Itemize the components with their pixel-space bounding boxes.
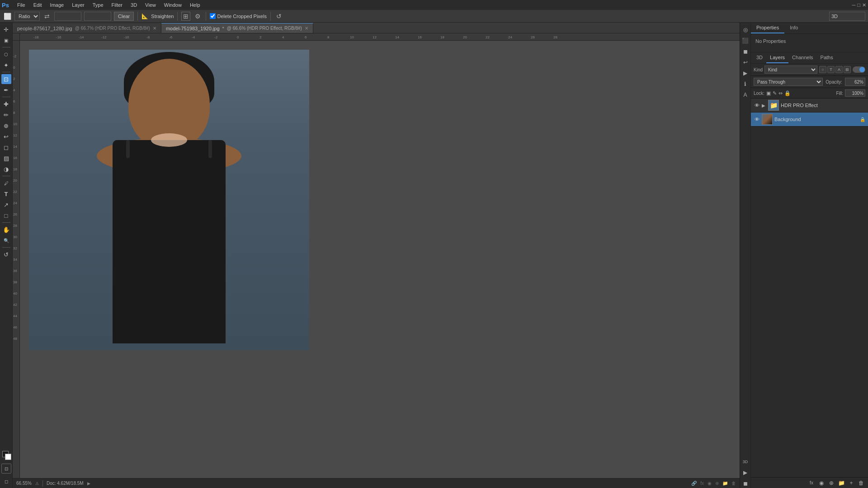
opacity-input[interactable]: [845, 78, 865, 86]
menu-help[interactable]: Help: [186, 1, 204, 9]
fill-input[interactable]: [845, 89, 865, 97]
right-icon-info[interactable]: ℹ: [741, 80, 750, 89]
close-button[interactable]: ✕: [862, 2, 866, 8]
menu-type[interactable]: Type: [89, 1, 107, 9]
blend-mode-select[interactable]: Pass Through: [754, 78, 823, 86]
filter-toggle[interactable]: [853, 66, 865, 73]
text-tool[interactable]: T: [1, 189, 11, 199]
menu-image[interactable]: Image: [47, 1, 68, 9]
lock-transparent-icon[interactable]: ▣: [766, 90, 771, 96]
filter-type-icon[interactable]: T: [827, 66, 835, 73]
layer-background[interactable]: 👁 Background 🔒: [751, 113, 868, 127]
status-mask-icon[interactable]: ◉: [708, 481, 712, 486]
path-select-tool[interactable]: ↗: [1, 200, 11, 210]
ratio-select[interactable]: Ratio: [14, 12, 40, 21]
tab-0[interactable]: people-875617_1280.jpg @ 66.7% (HDR PRO …: [13, 23, 161, 33]
layer-group-visibility-icon[interactable]: 👁: [754, 102, 760, 108]
grid-icon[interactable]: ⊞: [181, 12, 190, 21]
footer-group-icon[interactable]: 📁: [837, 479, 845, 487]
history-tool[interactable]: ↩: [1, 131, 11, 141]
hand-tool[interactable]: ✋: [1, 225, 11, 235]
footer-fx-icon[interactable]: fx: [807, 479, 816, 487]
gradient-tool[interactable]: ▨: [1, 153, 11, 163]
right-icon-char[interactable]: A: [741, 90, 750, 99]
tab-1-close[interactable]: ✕: [305, 26, 308, 31]
menu-view[interactable]: View: [142, 1, 160, 9]
lock-all-icon[interactable]: 🔒: [784, 90, 791, 96]
right-icon-history[interactable]: ↩: [741, 58, 750, 67]
filter-shape-icon[interactable]: ⊞: [844, 66, 851, 73]
artboard-tool[interactable]: ▣: [1, 35, 11, 45]
heal-tool[interactable]: ✚: [1, 99, 11, 109]
left-ruler-mark-20: 20: [13, 178, 17, 183]
zoom-tool[interactable]: 🔍: [1, 235, 11, 245]
right-icon-properties[interactable]: ◎: [741, 25, 750, 34]
lock-image-icon[interactable]: ✎: [773, 90, 777, 96]
settings-icon[interactable]: ⚙: [193, 12, 202, 21]
menu-layer[interactable]: Layer: [68, 1, 88, 9]
eraser-tool[interactable]: ◻: [1, 142, 11, 152]
tab-channels[interactable]: Channels: [788, 52, 816, 63]
minimize-button[interactable]: ─: [852, 2, 856, 8]
tab-info[interactable]: Info: [784, 23, 803, 33]
right-icon-3d[interactable]: 3D: [741, 457, 750, 466]
magic-wand-tool[interactable]: ✦: [1, 60, 11, 70]
swap-icon[interactable]: ⇄: [42, 12, 52, 21]
reset-icon[interactable]: ↺: [274, 12, 283, 21]
menu-window[interactable]: Window: [160, 1, 185, 9]
lock-position-icon[interactable]: ⇔: [778, 90, 783, 96]
rectangle-tool[interactable]: □: [1, 211, 11, 221]
right-icon-actions[interactable]: ▶: [741, 69, 750, 78]
status-adjust-icon[interactable]: ⊕: [715, 481, 719, 486]
right-icon-layers[interactable]: ⬛: [741, 36, 750, 45]
layer-group-expand-icon[interactable]: ▶: [762, 103, 765, 108]
right-icon-channels[interactable]: ◼: [741, 47, 750, 56]
clone-tool[interactable]: ⊕: [1, 121, 11, 131]
lasso-tool[interactable]: ⬡: [1, 49, 11, 59]
right-icon-measure[interactable]: ◼: [741, 479, 750, 488]
kind-select[interactable]: Kind: [764, 66, 817, 74]
layer-group-hdr[interactable]: 👁 ▶ 📁 HDR PRO Effect: [751, 99, 868, 113]
color-swatches[interactable]: [1, 450, 11, 461]
tab-0-close[interactable]: ✕: [153, 26, 156, 31]
move-tool[interactable]: ✛: [1, 24, 11, 34]
status-arrow[interactable]: ▶: [87, 481, 90, 486]
dodge-tool[interactable]: ◑: [1, 164, 11, 174]
footer-new-icon[interactable]: +: [847, 479, 855, 487]
pen-tool[interactable]: 🖊: [1, 178, 11, 188]
menu-edit[interactable]: Edit: [30, 1, 46, 9]
footer-mask-icon[interactable]: ◉: [817, 479, 826, 487]
canvas-scroll[interactable]: [20, 41, 740, 478]
clear-button[interactable]: Clear: [114, 12, 134, 21]
delete-cropped-checkbox[interactable]: [210, 13, 216, 19]
right-icon-timeline[interactable]: ▶: [741, 468, 750, 477]
menu-filter[interactable]: Filter: [108, 1, 126, 9]
tab-layers[interactable]: Layers: [766, 52, 788, 63]
menu-3d[interactable]: 3D: [127, 1, 141, 9]
status-fx-button[interactable]: fx: [700, 481, 704, 486]
filter-adjust-icon[interactable]: A: [835, 66, 843, 73]
menu-file[interactable]: File: [14, 1, 29, 9]
crop-tool[interactable]: ⊡: [1, 74, 11, 84]
width-input[interactable]: [54, 12, 81, 21]
eyedropper-tool[interactable]: ✒: [1, 85, 11, 95]
3d-field[interactable]: [829, 12, 865, 21]
height-input[interactable]: [84, 12, 111, 21]
tab-1[interactable]: model-751983_1920.jpg * @ 66.6% (HDR PRO…: [161, 23, 313, 33]
maximize-button[interactable]: □: [857, 2, 860, 8]
footer-adjust-icon[interactable]: ⊕: [827, 479, 835, 487]
layer-background-visibility-icon[interactable]: 👁: [754, 116, 760, 122]
tab-3d[interactable]: 3D: [753, 52, 766, 63]
rotate-view-tool[interactable]: ↺: [1, 249, 11, 259]
delete-cropped-label[interactable]: Delete Cropped Pixels: [210, 13, 266, 19]
status-link-icon[interactable]: 🔗: [691, 481, 697, 486]
filter-pixel-icon[interactable]: ○: [819, 66, 826, 73]
footer-trash-icon[interactable]: 🗑: [857, 479, 865, 487]
quick-mask[interactable]: ⊡: [1, 464, 11, 474]
tab-paths[interactable]: Paths: [817, 52, 837, 63]
status-folder-icon[interactable]: 📁: [722, 481, 728, 486]
brush-tool[interactable]: ✏: [1, 110, 11, 120]
tab-properties[interactable]: Properties: [751, 23, 784, 33]
screen-mode[interactable]: ◻: [1, 476, 11, 486]
status-trash-icon[interactable]: 🗑: [731, 481, 736, 486]
